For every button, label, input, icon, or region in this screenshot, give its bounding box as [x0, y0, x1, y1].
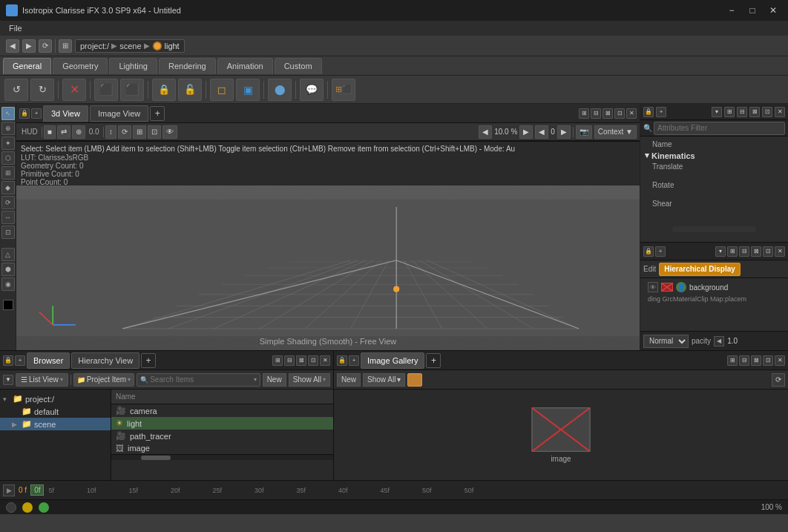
- tab-3d-view[interactable]: 3d View: [43, 105, 88, 122]
- attr-grid1[interactable]: ⊞: [724, 107, 735, 117]
- grid-button[interactable]: ⊞⬛: [332, 79, 355, 101]
- attr-b-close[interactable]: ✕: [775, 246, 785, 257]
- vp-context-select[interactable]: Context ▼: [594, 125, 637, 139]
- hierarchical-display-button[interactable]: Hierarchical Display: [659, 263, 741, 276]
- tool-10[interactable]: △: [1, 248, 15, 261]
- tool-9[interactable]: ⊡: [1, 226, 15, 239]
- tab-general[interactable]: General: [3, 58, 51, 74]
- item-path-tracer[interactable]: 🎥 path_tracer: [111, 430, 333, 442]
- vp-lock[interactable]: 🔒: [19, 108, 30, 119]
- attr-b-add[interactable]: +: [655, 246, 666, 257]
- undo-button[interactable]: ↺: [4, 79, 28, 101]
- tab-custom[interactable]: Custom: [275, 58, 322, 74]
- opacity-dec[interactable]: ◀: [714, 336, 724, 347]
- tl-play[interactable]: ▶: [3, 485, 15, 496]
- attr-b-grid1[interactable]: ⊞: [727, 246, 738, 257]
- attr-grid3[interactable]: ⊠: [749, 107, 760, 117]
- tree-scene[interactable]: ▶ 📁 scene: [0, 418, 111, 430]
- back-button[interactable]: ◀: [6, 39, 19, 53]
- vp-grid2[interactable]: ⊟: [591, 108, 601, 119]
- cube-button[interactable]: ⬛: [94, 79, 118, 101]
- gal-g2[interactable]: ⊟: [739, 355, 749, 366]
- tool-12[interactable]: ◉: [1, 278, 15, 291]
- tab-image-gallery[interactable]: Image Gallery: [361, 352, 424, 369]
- gal-show-all-button[interactable]: Show All ▾: [363, 373, 405, 387]
- vp-close[interactable]: ✕: [626, 108, 637, 119]
- tool-7[interactable]: ⟳: [1, 196, 15, 209]
- attr-menu[interactable]: ▾: [712, 107, 722, 117]
- tool-2[interactable]: ⊕: [1, 122, 15, 135]
- browser-lock[interactable]: 🔒: [3, 355, 13, 366]
- vp-mode[interactable]: ■: [44, 125, 56, 139]
- vp-vis[interactable]: 👁: [162, 125, 177, 139]
- attr-b-grid3[interactable]: ⊠: [751, 246, 761, 257]
- new-button[interactable]: New: [263, 373, 286, 387]
- gal-g3[interactable]: ⊠: [751, 355, 761, 366]
- vp-transform[interactable]: ⊕: [72, 125, 85, 139]
- vp-scale[interactable]: ⊞: [133, 125, 146, 139]
- stop-button[interactable]: ✕: [62, 79, 86, 101]
- breadcrumb-project[interactable]: project:/: [80, 42, 109, 50]
- vp-ctx-dec[interactable]: ◀: [535, 125, 548, 139]
- vp-more[interactable]: +: [31, 108, 42, 119]
- forward-button[interactable]: ▶: [22, 39, 36, 53]
- normal-select[interactable]: Normal: [643, 335, 689, 348]
- attr-grid2[interactable]: ⊟: [737, 107, 747, 117]
- vp-zoom-inc[interactable]: ▶: [519, 125, 533, 139]
- attr-scrollbar-thumb[interactable]: [672, 226, 755, 232]
- attr-b-menu[interactable]: ▾: [715, 246, 726, 257]
- gal-refresh[interactable]: ⟳: [772, 373, 785, 387]
- vp-grid1[interactable]: ⊞: [579, 108, 589, 119]
- tab-browser[interactable]: Browser: [27, 352, 70, 369]
- vp-grid3[interactable]: ⊠: [603, 108, 613, 119]
- tree-root[interactable]: ▾ 📁 project:/: [0, 393, 111, 405]
- home-button[interactable]: ⟳: [39, 39, 52, 53]
- br-g4[interactable]: ⊡: [308, 355, 318, 366]
- vp-zoom-dec[interactable]: ◀: [479, 125, 492, 139]
- item-light[interactable]: ☀ light: [111, 417, 333, 430]
- menu-file[interactable]: File: [3, 22, 28, 34]
- chat-button[interactable]: 💬: [300, 79, 324, 101]
- attr-search-input[interactable]: [654, 122, 785, 135]
- attr-b-lock[interactable]: 🔒: [643, 246, 654, 257]
- show-all-button[interactable]: Show All ▾: [289, 373, 330, 387]
- list-view-button[interactable]: ☰ List View ▾: [16, 373, 68, 387]
- breadcrumb-light[interactable]: light: [165, 42, 180, 50]
- color-black[interactable]: [3, 300, 13, 310]
- minimize-button[interactable]: −: [723, 3, 741, 18]
- box-button[interactable]: ◻: [210, 79, 234, 101]
- search-input[interactable]: [150, 375, 252, 384]
- tool-4[interactable]: ⬡: [1, 151, 15, 165]
- tool-8[interactable]: ↔: [1, 211, 15, 224]
- timeline-track[interactable]: 5f 10f 15f 20f 25f 30f 35f 40f 45f 50f 5…: [45, 487, 785, 494]
- tab-animation[interactable]: Animation: [217, 58, 273, 74]
- attr-b-grid2[interactable]: ⊟: [739, 246, 749, 257]
- add-gallery-tab[interactable]: +: [426, 353, 441, 368]
- attr-lock[interactable]: 🔒: [643, 107, 654, 117]
- gal-close[interactable]: ✕: [775, 355, 785, 366]
- cube2-button[interactable]: ⬛: [120, 79, 144, 101]
- lock-button[interactable]: 🔒: [152, 79, 176, 101]
- attr-b-grid4[interactable]: ⊡: [763, 246, 773, 257]
- tool-11[interactable]: ⬢: [1, 263, 15, 276]
- history-button[interactable]: ⊞: [59, 39, 72, 53]
- br-close[interactable]: ✕: [320, 355, 330, 366]
- vp-grid4[interactable]: ⊡: [614, 108, 625, 119]
- viewport-canvas[interactable]: Simple Shading (Smooth) - Free View: [16, 185, 640, 350]
- gal-g1[interactable]: ⊞: [727, 355, 738, 366]
- blob-button[interactable]: ⬤: [268, 79, 292, 101]
- br-g3[interactable]: ⊠: [296, 355, 306, 366]
- shape-button[interactable]: ▣: [236, 79, 260, 101]
- gal-color-btn[interactable]: [407, 373, 422, 387]
- gal-new-button[interactable]: New: [337, 373, 361, 387]
- attr-close[interactable]: ✕: [775, 107, 785, 117]
- item-camera[interactable]: 🎥 camera: [111, 404, 333, 417]
- attr-add[interactable]: +: [656, 107, 666, 117]
- br-g2[interactable]: ⊟: [284, 355, 295, 366]
- redo-button[interactable]: ↻: [30, 79, 54, 101]
- tab-image-view[interactable]: Image View: [90, 105, 148, 122]
- attr-grid4[interactable]: ⊡: [762, 107, 772, 117]
- vp-arrows[interactable]: ⇄: [57, 125, 70, 139]
- item-image[interactable]: 🖼 image: [111, 442, 333, 454]
- br-g1[interactable]: ⊞: [272, 355, 283, 366]
